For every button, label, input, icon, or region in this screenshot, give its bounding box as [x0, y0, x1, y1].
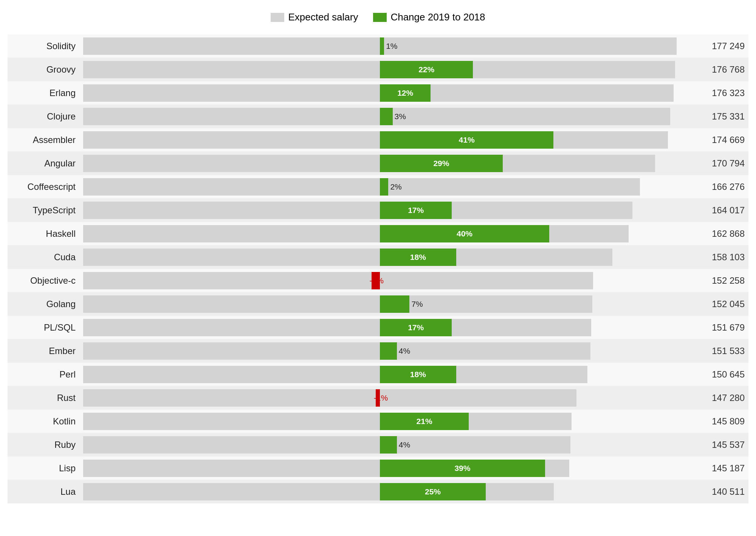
language-label: Groovy: [8, 64, 83, 75]
legend: Expected salary Change 2019 to 2018: [8, 11, 748, 23]
bar-row: Ruby4%145 537: [8, 433, 748, 457]
change-bar: 18%: [380, 249, 456, 266]
value-label: 152 045: [688, 299, 748, 309]
expected-bar: [83, 319, 591, 336]
change-bar: 39%: [380, 460, 545, 477]
language-label: Lisp: [8, 463, 83, 474]
pct-label: 3%: [395, 112, 406, 121]
language-label: Objective-c: [8, 275, 83, 286]
pct-label: 4%: [399, 440, 410, 449]
bar-section: 1%: [83, 37, 688, 55]
change-bar: 17%: [380, 319, 452, 336]
legend-expected: Expected salary: [271, 11, 358, 23]
change-bar: 12%: [380, 84, 431, 102]
bar-row: Groovy22%176 768: [8, 58, 748, 81]
value-label: 162 868: [688, 228, 748, 239]
bar-section: 2%: [83, 178, 688, 196]
pct-label: -2%: [370, 276, 384, 285]
bar-section: 21%: [83, 413, 688, 430]
change-bar: [380, 436, 397, 454]
bar-section: 39%: [83, 460, 688, 477]
language-label: Assembler: [8, 135, 83, 145]
change-bar: [380, 342, 397, 360]
language-label: Clojure: [8, 111, 83, 122]
bar-section: -1%: [83, 389, 688, 407]
language-label: Ruby: [8, 440, 83, 450]
legend-change-label: Change 2019 to 2018: [390, 11, 485, 23]
value-label: 140 511: [688, 486, 748, 497]
bar-row: Lua25%140 511: [8, 480, 748, 503]
change-bar: 22%: [380, 61, 473, 78]
change-bar: [380, 295, 409, 313]
bar-row: Erlang12%176 323: [8, 81, 748, 105]
bar-section: 3%: [83, 108, 688, 125]
bar-section: 4%: [83, 436, 688, 454]
change-bar: [380, 108, 393, 125]
language-label: TypeScript: [8, 205, 83, 216]
bar-row: Assembler41%174 669: [8, 128, 748, 152]
legend-change: Change 2019 to 2018: [373, 11, 485, 23]
value-label: 176 768: [688, 64, 748, 75]
expected-bar: [83, 295, 592, 313]
value-label: 174 669: [688, 135, 748, 145]
expected-bar: [83, 84, 674, 102]
language-label: PL/SQL: [8, 322, 83, 333]
change-bar: 21%: [380, 413, 469, 430]
bar-row: Golang7%152 045: [8, 292, 748, 316]
change-bar: 41%: [380, 131, 553, 149]
bar-section: 18%: [83, 366, 688, 383]
value-label: 151 679: [688, 322, 748, 333]
bar-row: PL/SQL17%151 679: [8, 316, 748, 339]
bar-row: Angular29%170 794: [8, 152, 748, 175]
pct-label: 4%: [399, 346, 410, 356]
language-label: Lua: [8, 486, 83, 497]
bar-section: 40%: [83, 225, 688, 242]
value-label: 176 323: [688, 88, 748, 98]
value-label: 170 794: [688, 158, 748, 169]
expected-bar: [83, 413, 572, 430]
bar-section: 17%: [83, 202, 688, 219]
value-label: 145 537: [688, 440, 748, 450]
expected-bar: [83, 436, 570, 454]
chart-area: Solidity1%177 249Groovy22%176 768Erlang1…: [8, 34, 748, 503]
value-label: 166 276: [688, 182, 748, 192]
bar-section: 4%: [83, 342, 688, 360]
pct-label: 1%: [386, 42, 397, 51]
legend-change-box: [373, 13, 387, 22]
expected-bar: [83, 61, 675, 78]
expected-bar: [83, 131, 668, 149]
expected-bar: [83, 155, 655, 172]
value-label: 177 249: [688, 41, 748, 51]
language-label: Haskell: [8, 228, 83, 239]
language-label: Erlang: [8, 88, 83, 98]
pct-label: 7%: [411, 300, 423, 309]
change-bar: [380, 37, 384, 55]
bar-section: 18%: [83, 249, 688, 266]
bar-row: Objective-c-2%152 258: [8, 269, 748, 292]
bar-section: 22%: [83, 61, 688, 78]
bar-section: 41%: [83, 131, 688, 149]
change-bar: 25%: [380, 483, 486, 500]
language-label: Solidity: [8, 41, 83, 51]
bar-section: 25%: [83, 483, 688, 500]
expected-bar: [83, 389, 576, 407]
pct-label: 2%: [390, 182, 401, 191]
language-label: Angular: [8, 158, 83, 169]
value-label: 158 103: [688, 252, 748, 263]
value-label: 145 187: [688, 463, 748, 474]
expected-bar: [83, 366, 587, 383]
language-label: Ember: [8, 346, 83, 356]
value-label: 151 533: [688, 346, 748, 356]
bar-row: Clojure3%175 331: [8, 105, 748, 128]
chart-container: Expected salary Change 2019 to 2018 Soli…: [0, 0, 756, 511]
expected-bar: [83, 108, 670, 125]
value-label: 147 280: [688, 393, 748, 403]
expected-bar: [83, 249, 612, 266]
bar-section: -2%: [83, 272, 688, 289]
bar-section: 17%: [83, 319, 688, 336]
bar-section: 7%: [83, 295, 688, 313]
bar-row: Coffeescript2%166 276: [8, 175, 748, 199]
change-bar: 29%: [380, 155, 503, 172]
change-bar: 18%: [380, 366, 456, 383]
bar-row: Perl18%150 645: [8, 363, 748, 386]
